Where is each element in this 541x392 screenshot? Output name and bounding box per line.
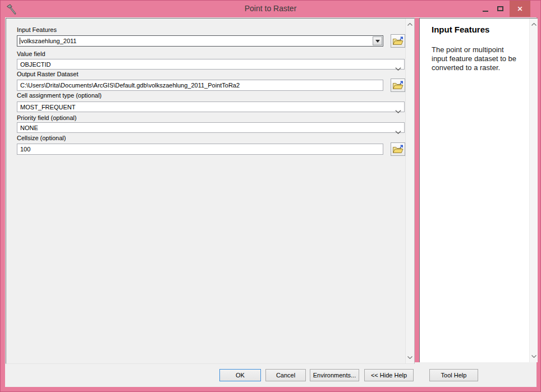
text-caret <box>20 38 20 44</box>
open-folder-add-icon <box>392 36 404 46</box>
cellsize-value: 100 <box>20 146 30 153</box>
priority-field-value: NONE <box>20 124 38 131</box>
cell-assignment-select[interactable]: MOST_FREQUENT <box>17 102 405 112</box>
minimize-button[interactable] <box>478 1 493 17</box>
hide-help-button[interactable]: << Hide Help <box>364 369 414 381</box>
help-scrollbar[interactable] <box>529 19 538 362</box>
chevron-down-icon <box>395 105 401 116</box>
scroll-up-button[interactable] <box>406 20 414 29</box>
scroll-up-button[interactable] <box>530 20 538 29</box>
titlebar[interactable]: Point to Raster ✕ <box>1 1 540 17</box>
value-field-select[interactable]: OBJECTID <box>17 59 405 70</box>
open-folder-add-icon <box>392 145 404 154</box>
field-label-cellsize: Cellsize (optional) <box>17 135 66 141</box>
cancel-button[interactable]: Cancel <box>265 369 306 381</box>
help-panel: Input Features The point or multipoint i… <box>419 18 538 362</box>
field-label-cell-assignment: Cell assignment type (optional) <box>17 92 102 99</box>
field-label-priority-field: Priority field (optional) <box>17 114 76 121</box>
scroll-down-button[interactable] <box>406 353 414 362</box>
ok-button[interactable]: OK <box>219 369 261 381</box>
chevron-down-icon <box>395 63 401 73</box>
chevron-up-icon <box>531 23 537 26</box>
point-to-raster-dialog: Point to Raster ✕ Input Features volksza… <box>0 0 541 392</box>
value-field-value: OBJECTID <box>20 61 51 68</box>
help-heading: Input Features <box>432 25 489 34</box>
input-features-value: volkszaehlung_2011 <box>21 38 76 44</box>
chevron-down-icon <box>395 126 401 136</box>
output-raster-value: C:\Users\Drita\Documents\ArcGIS\Default.… <box>20 82 240 89</box>
scroll-down-button[interactable] <box>530 352 538 361</box>
maximize-button[interactable] <box>493 1 507 17</box>
help-body-text: The point or multipoint input feature da… <box>432 45 521 72</box>
environments-button[interactable]: Environments... <box>310 369 359 381</box>
maximize-icon <box>497 6 503 11</box>
browse-cellsize-button[interactable] <box>391 142 405 156</box>
window-title: Point to Raster <box>1 4 540 13</box>
field-label-input-features: Input Features <box>17 26 57 33</box>
chevron-up-icon <box>407 23 412 26</box>
cellsize-input[interactable]: 100 <box>17 144 383 155</box>
browse-input-features-button[interactable] <box>391 34 405 48</box>
dropdown-arrow-icon <box>375 40 380 45</box>
tool-parameters-panel: Input Features volkszaehlung_2011 Value … <box>6 18 415 364</box>
open-folder-add-icon <box>392 81 404 90</box>
field-label-output-raster: Output Raster Dataset <box>17 71 78 77</box>
field-label-value-field: Value field <box>17 50 45 57</box>
priority-field-select[interactable]: NONE <box>17 122 405 133</box>
form-scrollbar[interactable] <box>405 19 414 363</box>
dropdown-arrow-button[interactable] <box>373 36 382 45</box>
tool-help-button[interactable]: Tool Help <box>429 369 478 381</box>
close-icon: ✕ <box>517 6 522 12</box>
input-features-combobox[interactable]: volkszaehlung_2011 <box>17 35 383 47</box>
chevron-down-icon <box>531 355 537 358</box>
browse-output-raster-button[interactable] <box>391 79 405 92</box>
chevron-down-icon <box>407 356 412 359</box>
minimize-icon <box>483 11 488 12</box>
panel-divider <box>415 18 419 362</box>
close-button[interactable]: ✕ <box>510 1 530 17</box>
cell-assignment-value: MOST_FREQUENT <box>20 104 75 110</box>
output-raster-input[interactable]: C:\Users\Drita\Documents\ArcGIS\Default.… <box>17 80 383 91</box>
